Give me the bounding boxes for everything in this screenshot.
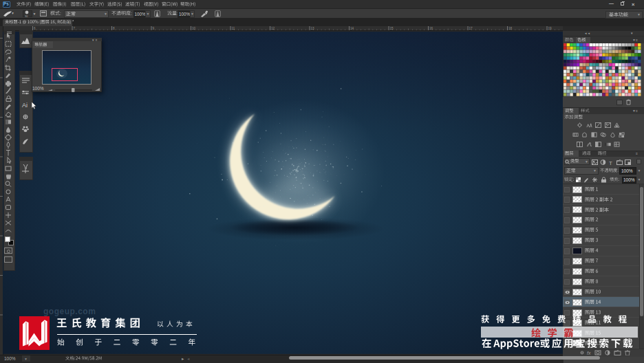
svg-text:8: 8	[113, 27, 115, 30]
svg-text:6: 6	[34, 27, 36, 30]
svg-text:16: 16	[429, 27, 433, 30]
svg-text:18: 18	[508, 27, 513, 30]
svg-text:10: 10	[192, 27, 196, 30]
svg-text:9: 9	[153, 27, 155, 30]
svg-text:13: 13	[311, 27, 315, 30]
svg-text:19: 19	[548, 27, 552, 30]
svg-text:12: 12	[271, 27, 275, 30]
svg-text:Ai: Ai	[22, 102, 28, 109]
svg-text:11: 11	[232, 27, 235, 30]
svg-text:T: T	[609, 160, 612, 165]
svg-text:14: 14	[350, 27, 354, 30]
svg-text:7: 7	[74, 27, 76, 30]
svg-text:15: 15	[390, 27, 394, 30]
svg-text:17: 17	[469, 27, 473, 30]
